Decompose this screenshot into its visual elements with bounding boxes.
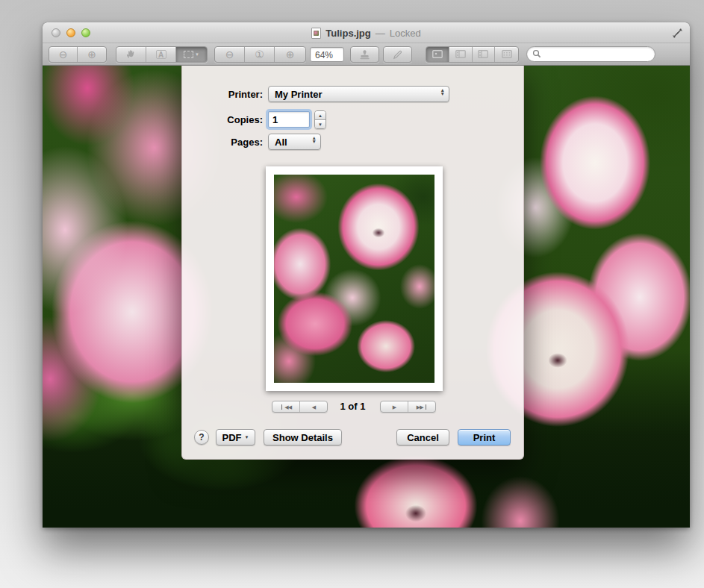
magnifier-plus-icon: ⊕ — [286, 49, 295, 60]
print-dialog-sheet: Printer: My Printer ▲▼ Copies: 1 ▲ ▼ Pag… — [181, 66, 524, 460]
toolbar: ⊖ ⊕ A ▼ ⊖ ① — [43, 43, 690, 66]
view-segment — [426, 46, 519, 63]
actual-size-button[interactable]: ① — [245, 47, 275, 62]
pages-popup[interactable]: All ▲▼ — [268, 134, 321, 150]
document-icon — [311, 28, 321, 39]
preview-window: Tulips.jpg — Locked ⊖ ⊕ — [43, 22, 690, 528]
cancel-button[interactable]: Cancel — [396, 429, 449, 445]
fullscreen-icon[interactable] — [672, 28, 683, 39]
scale-up-button[interactable]: ⊕ — [275, 47, 305, 62]
stepper-up-icon[interactable]: ▲ — [315, 111, 325, 120]
zoom-in-icon: ⊕ — [87, 49, 96, 60]
search-input[interactable] — [544, 49, 641, 60]
next-page-button[interactable]: ▶ — [381, 401, 408, 412]
view-content-button[interactable] — [426, 47, 449, 62]
titlebar: Tulips.jpg — Locked — [43, 22, 690, 43]
copies-input[interactable]: 1 — [268, 111, 310, 128]
last-page-icon — [426, 404, 427, 410]
move-tool-button[interactable] — [116, 47, 146, 62]
stepper-down-icon[interactable]: ▼ — [315, 120, 325, 128]
last-page-button[interactable]: ▶▶ — [408, 401, 435, 412]
printer-label: Printer: — [182, 89, 263, 100]
chevron-down-icon: ▼ — [195, 52, 199, 57]
toc-sidebar-icon — [478, 49, 488, 60]
scale-segment: ⊖ ① ⊕ — [214, 46, 306, 63]
page-indicator: 1 of 1 — [182, 401, 523, 413]
pages-label: Pages: — [182, 137, 263, 148]
page-nav-forward: ▶ ▶▶ — [380, 401, 436, 413]
grid-view-icon — [502, 49, 512, 60]
pencil-icon — [384, 47, 411, 62]
help-button[interactable]: ? — [194, 430, 209, 445]
rect-select-tool-button[interactable]: ▼ — [176, 47, 207, 62]
zoom-segment: ⊖ ⊕ — [49, 46, 107, 63]
zoom-out-icon: ⊖ — [59, 49, 68, 60]
zoom-out-button[interactable]: ⊖ — [49, 47, 78, 62]
stamp-button[interactable] — [350, 46, 379, 63]
pdf-dropdown-icon: ▼ — [245, 435, 249, 440]
print-preview-image — [274, 175, 434, 383]
hand-icon — [125, 49, 137, 61]
print-preview-page — [266, 166, 443, 391]
magnifier-one-icon: ① — [255, 49, 264, 60]
search-icon — [532, 48, 541, 61]
markup-button[interactable] — [383, 46, 412, 63]
copies-label: Copies: — [182, 114, 263, 125]
printer-popup-value: My Printer — [275, 89, 323, 100]
locked-status: Locked — [390, 28, 421, 39]
search-field[interactable] — [526, 46, 655, 62]
text-select-icon: A — [156, 50, 166, 59]
magnifier-minus-icon: ⊖ — [225, 49, 234, 60]
view-thumbnails-button[interactable] — [449, 47, 473, 62]
copies-stepper[interactable]: ▲ ▼ — [314, 110, 326, 129]
pages-popup-value: All — [275, 137, 287, 148]
view-toc-button[interactable] — [473, 47, 496, 62]
window-title: Tulips.jpg — Locked — [43, 22, 690, 43]
pdf-menu-button[interactable]: PDF ▼ — [216, 429, 255, 445]
selection-rect-icon — [184, 51, 193, 58]
next-page-icon: ▶ — [393, 404, 396, 410]
tool-segment: A ▼ — [116, 46, 208, 63]
popup-arrows-icon: ▲▼ — [440, 88, 445, 96]
zoom-in-button[interactable]: ⊕ — [78, 47, 106, 62]
zoom-level-field[interactable]: 64% — [310, 47, 344, 62]
scale-down-button[interactable]: ⊖ — [215, 47, 245, 62]
popup-arrows-icon: ▲▼ — [312, 136, 317, 144]
thumbnail-sidebar-icon — [455, 49, 466, 60]
title-separator: — — [376, 28, 385, 39]
printer-popup[interactable]: My Printer ▲▼ — [268, 86, 449, 102]
text-select-tool-button[interactable]: A — [146, 47, 176, 62]
view-contact-sheet-button[interactable] — [495, 47, 518, 62]
image-view-icon — [432, 49, 443, 60]
document-name: Tulips.jpg — [325, 28, 370, 39]
stamp-icon — [351, 47, 379, 62]
show-details-button[interactable]: Show Details — [264, 429, 342, 445]
photo-content-tulips: Printer: My Printer ▲▼ Copies: 1 ▲ ▼ Pag… — [43, 66, 690, 528]
print-button[interactable]: Print — [458, 429, 511, 445]
